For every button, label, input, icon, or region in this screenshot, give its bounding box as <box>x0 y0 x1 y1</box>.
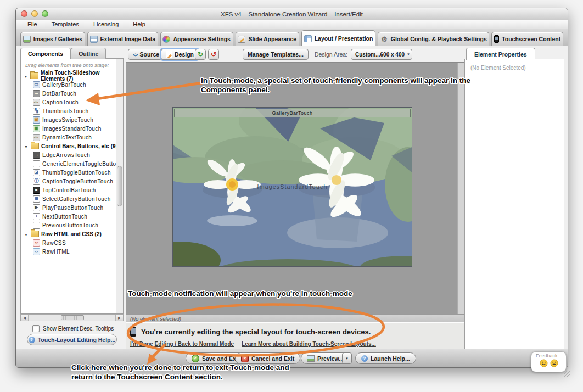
slideshow-preview[interactable]: GalleryBarTouch ImagesStandardTouch <box>172 107 412 267</box>
scroll-left-arrow-icon[interactable] <box>21 315 29 321</box>
tree-item-previousbuttontouch[interactable]: −PreviousButtonTouch <box>24 221 123 229</box>
component-icon: → <box>33 152 40 159</box>
design-toolbar: Source Design Manage Templates... Design… <box>126 48 465 62</box>
preview-dropdown-button[interactable] <box>342 352 352 364</box>
design-button[interactable]: Design <box>161 49 199 60</box>
tab-images-galleries[interactable]: Images / Galleries <box>20 32 85 46</box>
learn-more-link[interactable]: Learn More about Building Touch-Screen L… <box>242 341 376 347</box>
cancel-and-exit-button[interactable]: Cancel and Exit <box>235 352 300 364</box>
touch-layout-help-label: Touch-Layout Editing Help... <box>38 337 116 343</box>
show-tooltips-checkbox[interactable] <box>32 325 40 332</box>
tree-folder-main-touch-slideshow-elements-7[interactable]: Main Touch-Slideshow Elements (7) <box>24 71 123 80</box>
component-label: NextButtonTouch <box>42 214 87 220</box>
wizard-tabs: Images / GalleriesExternal Image DataApp… <box>16 29 568 46</box>
touch-layout-help-button[interactable]: Touch-Layout Editing Help... <box>27 334 117 345</box>
drag-hint: Drag elements from tree onto stage: <box>25 62 120 68</box>
component-label: PreviousButtonTouch <box>42 222 98 228</box>
menu-item-licensing[interactable]: Licensing <box>86 21 126 27</box>
chevron-down-icon[interactable] <box>405 49 412 59</box>
selection-status-bar: (No element selected) <box>126 314 465 322</box>
tree-item-nextbuttontouch[interactable]: +NextButtonTouch <box>24 212 123 221</box>
components-horizontal-scrollbar[interactable] <box>20 314 124 321</box>
tab-layout-presentation[interactable]: Layout / Presentation <box>301 30 375 46</box>
traffic-lights <box>21 10 48 17</box>
scroll-right-arrow-icon[interactable] <box>115 315 123 321</box>
component-label: TopControlBarTouch <box>42 187 96 193</box>
tree-item-thumbnailstouch[interactable]: ▚ThumbnailsTouch <box>24 107 123 115</box>
components-vertical-scrollbar[interactable] <box>116 59 123 313</box>
design-page-icon <box>166 51 172 58</box>
title-bar: XFS v4 – Standalone Creation Wizard – In… <box>16 8 568 20</box>
design-area-dropdown[interactable]: Custom...600 x 400 <box>351 49 412 60</box>
tab-element-properties[interactable]: Element Properties <box>466 48 535 60</box>
gallerybar-component[interactable]: GalleryBarTouch <box>174 109 411 117</box>
tree-item-topcontrolbartouch[interactable]: ▸TopControlBarTouch <box>24 186 123 194</box>
tab-slide-appearance[interactable]: Slide Appearance <box>236 32 299 46</box>
feedback-label: Feedback... <box>531 353 566 359</box>
component-icon: ▣ <box>33 125 40 132</box>
menu-item-file[interactable]: File <box>20 21 44 27</box>
wheel-icon <box>162 36 170 43</box>
touch-mode-notification: You're currently editing the special lay… <box>126 322 465 351</box>
feedback-button[interactable]: Feedback... <box>531 351 567 372</box>
manage-templates-button[interactable]: Manage Templates... <box>243 49 309 60</box>
revert-button[interactable] <box>208 49 219 60</box>
disclosure-triangle-icon[interactable] <box>24 231 29 237</box>
tree-item-genericelementtogglebuttontouch[interactable]: GenericElementToggleButtonTouch <box>24 159 123 168</box>
tree-item-rawhtml[interactable]: <>RawHTML <box>24 247 123 256</box>
component-label: ThumbnailsTouch <box>42 108 88 114</box>
tree-item-captiontouch[interactable]: abcCaptionTouch <box>24 98 123 107</box>
tab-appearance-settings[interactable]: Appearance Settings <box>160 32 233 46</box>
done-editing-link[interactable]: I'm Done Editing / Back to Normal Mode <box>130 341 234 347</box>
tab-outline[interactable]: Outline <box>71 48 106 59</box>
scrollbar-thumb[interactable] <box>61 315 84 320</box>
tab-label: Images / Galleries <box>33 36 82 42</box>
scrollbar-thumb[interactable] <box>117 166 122 206</box>
tree-item-selectgallerybuttontouch[interactable]: ⊞SelectGalleryButtonTouch <box>24 194 123 203</box>
tab-components[interactable]: Components <box>20 48 71 59</box>
menu-item-help[interactable]: Help <box>126 21 153 27</box>
tab-global-config-playback-settings[interactable]: Global Config. & Playback Settings <box>378 32 489 46</box>
tree-item-edgearrowstouch[interactable]: →EdgeArrowsTouch <box>24 150 123 159</box>
tree-item-thumbtogglebuttontouch[interactable]: ◪ThumbToggleButtonTouch <box>24 168 123 177</box>
tree-item-imagesswipetouch[interactable]: ▣ImagesSwipeTouch <box>24 115 123 124</box>
sad-face-icon[interactable] <box>550 359 558 367</box>
tree-item-imagesstandardtouch[interactable]: ▣ImagesStandardTouch <box>24 124 123 133</box>
menu-item-templates[interactable]: Templates <box>44 21 86 27</box>
layout-icon <box>304 35 312 42</box>
component-icon: − <box>33 222 40 229</box>
tree-folder-raw-html-and-css-2[interactable]: Raw HTML and CSS (2) <box>24 229 123 238</box>
tree-item-captiontogglebuttontouch[interactable]: ⓘCaptionToggleButtonTouch <box>24 177 123 186</box>
tree-item-playpausebuttontouch[interactable]: ▶PlayPauseButtonTouch <box>24 203 123 212</box>
tab-label: Layout / Presentation <box>315 35 373 42</box>
tab-touchscreen-content[interactable]: Touchscreen Content <box>491 32 563 46</box>
disclosure-triangle-icon[interactable] <box>24 73 28 79</box>
tree-item-dynamictexttouch[interactable]: abcDynamicTextTouch <box>24 133 123 142</box>
component-icon: <> <box>33 239 40 247</box>
component-label: SelectGalleryButtonTouch <box>42 196 111 202</box>
tree-item-dotbartouch[interactable]: •••DotBarTouch <box>24 89 123 98</box>
component-label: ThumbToggleButtonTouch <box>42 170 111 176</box>
components-panel: Drag elements from tree onto stage: Main… <box>20 58 124 314</box>
resize-grip[interactable] <box>564 371 570 377</box>
tree-folder-control-bars-buttons-etc-9[interactable]: Control Bars, Buttons, etc (9) <box>24 142 123 150</box>
stage-vertical-scrollbar[interactable] <box>457 63 465 314</box>
tab-external-image-data[interactable]: External Image Data <box>87 32 158 46</box>
design-stage[interactable]: GalleryBarTouch ImagesStandardTouch <box>126 62 465 314</box>
close-window-button[interactable] <box>21 10 27 17</box>
minimize-window-button[interactable] <box>31 10 38 17</box>
happy-face-icon[interactable] <box>540 359 548 367</box>
disclosure-triangle-icon[interactable] <box>24 143 29 149</box>
save-label: Save and Exit <box>202 355 239 362</box>
tab-label: Slide Appearance <box>248 36 296 42</box>
refresh-button[interactable] <box>195 49 206 60</box>
x-icon <box>241 355 249 362</box>
preview-label: Preview... <box>317 355 344 362</box>
source-button[interactable]: Source <box>128 49 164 60</box>
component-icon: ▭ <box>33 81 40 88</box>
launch-help-button[interactable]: Launch Help... <box>355 352 416 364</box>
zoom-window-button[interactable] <box>42 10 48 17</box>
component-label: DynamicTextTouch <box>42 135 92 141</box>
tree-item-rawcss[interactable]: <>RawCSS <box>24 238 123 247</box>
scrollbar-track[interactable] <box>29 315 115 321</box>
